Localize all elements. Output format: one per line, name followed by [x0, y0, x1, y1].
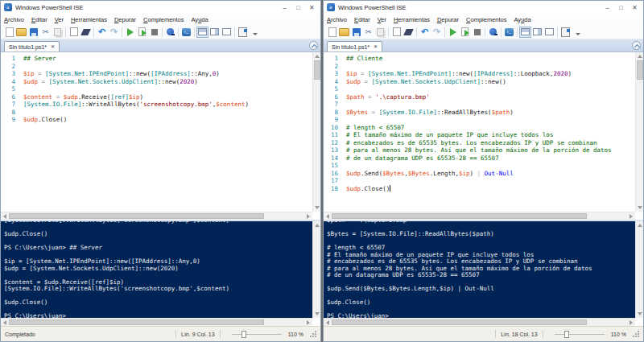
layout-script-right-icon[interactable] [208, 27, 221, 38]
new-script-icon[interactable] [3, 27, 15, 38]
save-icon[interactable] [27, 27, 39, 38]
run-selection-icon[interactable] [459, 27, 471, 38]
new-remote-powershell-tab-icon[interactable] [487, 27, 499, 38]
line-number: 5 [2, 85, 15, 93]
console-pane[interactable]: [System.IO.File]::WriteAllBytes('screens… [1, 220, 320, 326]
menu-ver[interactable]: Ver [378, 16, 386, 23]
collapse-script-pane-button[interactable] [309, 41, 318, 50]
clear-console-icon[interactable] [80, 27, 92, 38]
save-icon[interactable] [350, 27, 362, 38]
console-line: $udp.Send($Bytes,$Bytes.Length,$ip) | Ou… [327, 286, 634, 293]
console-pane[interactable]: $path = '.\captura.bmp' $Bytes = [System… [324, 220, 643, 326]
line-number: 2 [2, 63, 15, 71]
menu-archivo[interactable]: Archivo [4, 16, 24, 23]
stop-icon[interactable] [471, 27, 483, 38]
menu-ayuda[interactable]: Ayuda [192, 16, 208, 23]
maximize-button[interactable]: □ [614, 2, 628, 13]
editor-vertical-scrollbar[interactable] [312, 52, 320, 212]
toolbar [1, 25, 320, 39]
editor-vertical-scrollbar[interactable] [635, 52, 643, 212]
code-line: 7[System.IO.File]::WriteAllBytes('screen… [2, 101, 320, 109]
close-button[interactable]: ✕ [628, 2, 642, 13]
code-line: 9$udp.Close() [2, 116, 320, 124]
zoom-slider-thumb[interactable] [564, 331, 569, 338]
script-tab[interactable]: Sin título1.ps1* ✕ [327, 41, 382, 52]
close-button[interactable]: ✕ [305, 2, 319, 13]
code-line: 2 [2, 63, 320, 71]
menu-complementos[interactable]: Complementos [466, 16, 506, 23]
menu-ver[interactable]: Ver [55, 16, 64, 23]
zoom-slider[interactable] [555, 334, 605, 335]
paste-icon[interactable] [390, 27, 402, 38]
menu-depurar[interactable]: Depurar [437, 16, 459, 23]
menu-editar[interactable]: Editar [354, 16, 370, 23]
open-script-icon[interactable] [15, 27, 27, 38]
code-line: 15 [325, 162, 643, 170]
new-remote-powershell-tab-icon[interactable] [164, 27, 176, 38]
line-number: 8 [2, 109, 15, 117]
line-number: 14 [325, 155, 338, 163]
layout-script-top-icon[interactable] [196, 27, 208, 38]
layout-script-right-icon[interactable] [531, 27, 543, 38]
layout-script-maximized-icon[interactable] [543, 27, 555, 38]
minimize-button[interactable]: – [278, 2, 291, 13]
menu-herramientas[interactable]: Herramientas [71, 16, 107, 23]
new-script-icon[interactable] [326, 27, 338, 38]
console-line: PS C:\Users\juan> ## Server [4, 245, 311, 252]
tab-close-icon[interactable]: ✕ [374, 44, 378, 49]
console-horizontal-scrollbar[interactable] [324, 318, 635, 326]
code-line: 10# length < 65507 [325, 124, 643, 132]
menu-complementos[interactable]: Complementos [143, 16, 184, 23]
redo-icon[interactable] [108, 27, 120, 38]
clear-console-icon[interactable] [402, 27, 415, 38]
undo-icon[interactable] [419, 27, 431, 38]
zoom-slider[interactable] [232, 334, 282, 335]
line-number: 13 [325, 146, 338, 155]
line-number: 7 [325, 101, 338, 109]
run-script-icon[interactable] [447, 27, 459, 38]
menu-depurar[interactable]: Depurar [114, 16, 136, 23]
zoom-slider-thumb[interactable] [242, 331, 246, 338]
start-powershell-icon[interactable] [503, 27, 515, 38]
script-editor-pane[interactable]: 1## Server23$ip = [System.Net.IPEndPoint… [1, 52, 320, 220]
status-bar: Lín. 18 Col. 13 110 % [324, 326, 643, 341]
overflow-icon[interactable] [249, 27, 261, 38]
powershell-ise-window-server: ≥ Windows PowerShell ISE – □ ✕ ArchivoEd… [0, 0, 321, 342]
minimize-button[interactable]: – [601, 2, 614, 13]
layout-script-top-icon[interactable] [519, 27, 531, 38]
run-script-icon[interactable] [124, 27, 136, 38]
editor-horizontal-scrollbar[interactable] [1, 212, 312, 220]
show-script-pane-icon[interactable] [237, 27, 249, 38]
menu-editar[interactable]: Editar [31, 16, 47, 23]
redo-icon[interactable] [431, 27, 443, 38]
tab-close-icon[interactable]: ✕ [51, 44, 55, 49]
menu-ayuda[interactable]: Ayuda [514, 16, 531, 23]
start-powershell-icon[interactable] [180, 27, 192, 38]
script-editor-pane[interactable]: 1## Cliente23$ip = [System.Net.IPEndPoin… [324, 52, 643, 220]
collapse-script-pane-button[interactable] [632, 41, 641, 50]
copy-icon[interactable] [52, 27, 64, 38]
console-horizontal-scrollbar[interactable] [1, 318, 312, 326]
open-script-icon[interactable] [338, 27, 350, 38]
resize-grip[interactable] [633, 331, 639, 337]
menu-archivo[interactable]: Archivo [327, 16, 347, 23]
layout-script-maximized-icon[interactable] [221, 27, 233, 38]
menu-herramientas[interactable]: Herramientas [394, 16, 430, 23]
console-vertical-scrollbar[interactable] [312, 221, 320, 318]
resize-grip[interactable] [310, 331, 316, 337]
cut-icon[interactable] [362, 27, 374, 38]
paste-icon[interactable] [68, 27, 80, 38]
show-script-pane-icon[interactable] [559, 27, 572, 38]
undo-icon[interactable] [96, 27, 108, 38]
toolbar-separator [178, 27, 179, 37]
console-vertical-scrollbar[interactable] [635, 221, 643, 318]
editor-horizontal-scrollbar[interactable] [324, 212, 635, 220]
maximize-button[interactable]: □ [291, 2, 305, 13]
script-tab[interactable]: Sin título1.ps1* ✕ [4, 41, 60, 52]
cut-icon[interactable] [39, 27, 52, 38]
line-number: 9 [325, 116, 338, 124]
copy-icon[interactable] [374, 27, 386, 38]
stop-icon[interactable] [148, 27, 160, 38]
overflow-icon[interactable] [572, 27, 584, 38]
run-selection-icon[interactable] [136, 27, 148, 38]
